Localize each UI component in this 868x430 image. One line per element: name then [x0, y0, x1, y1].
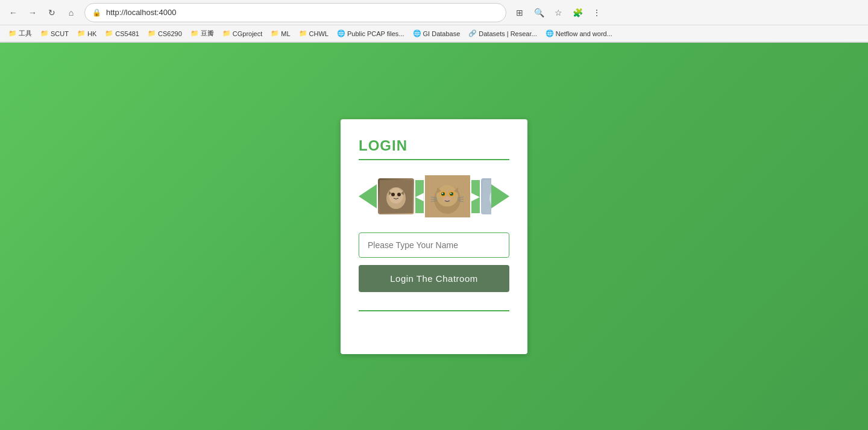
- bookmark-label: CS6290: [158, 30, 182, 37]
- folder-icon: 📁: [40, 30, 49, 37]
- bookmark-scut[interactable]: 📁 SCUT: [37, 28, 72, 39]
- folder-icon: 📁: [222, 30, 231, 37]
- bookmark-gi[interactable]: 🌐 GI Database: [409, 28, 464, 39]
- bookmark-douban[interactable]: 📁 豆瓣: [187, 28, 218, 39]
- avatar-track: ◀: [377, 175, 491, 217]
- bookmark-label: Datasets | Resear...: [479, 30, 536, 37]
- bookmark-label: Public PCAP files...: [347, 30, 404, 37]
- bookmark-label: GI Database: [423, 30, 461, 37]
- link-icon: 🌐: [337, 30, 345, 37]
- title-divider: [359, 159, 509, 160]
- bookmark-chwl[interactable]: 📁 CHWL: [295, 28, 332, 39]
- link-icon: 🌐: [413, 30, 421, 37]
- bookmark-label: HK: [87, 30, 96, 37]
- bookmark-label: 豆瓣: [201, 29, 214, 38]
- folder-icon: 📁: [299, 30, 307, 37]
- bookmark-cs6290[interactable]: 📁 CS6290: [144, 28, 186, 39]
- svg-point-12: [442, 193, 443, 194]
- reload-button[interactable]: ↻: [43, 4, 60, 21]
- bookmark-label: CGproject: [233, 30, 263, 37]
- browser-chrome: ← → ↻ ⌂ 🔒 http://localhost:4000 ⊞ 🔍 ☆ 🧩 …: [0, 0, 868, 43]
- bookmark-netflow[interactable]: 🌐 Netflow and word...: [542, 28, 616, 39]
- name-input[interactable]: [359, 232, 509, 258]
- bookmark-pcap[interactable]: 🌐 Public PCAP files...: [333, 28, 408, 39]
- svg-point-13: [450, 193, 451, 194]
- link-icon: 🌐: [546, 30, 554, 37]
- svg-point-11: [450, 192, 453, 196]
- address-bar[interactable]: 🔒 http://localhost:4000: [84, 3, 506, 22]
- footer-divider: [359, 310, 509, 311]
- svg-point-4: [397, 193, 401, 196]
- nav-buttons: ← → ↻ ⌂: [5, 4, 80, 21]
- bookmark-label: 工具: [19, 29, 32, 38]
- browser-toolbar: ← → ↻ ⌂ 🔒 http://localhost:4000 ⊞ 🔍 ☆ 🧩 …: [0, 0, 868, 25]
- folder-icon: 📁: [271, 30, 279, 37]
- bookmark-hk[interactable]: 📁 HK: [74, 28, 100, 39]
- bookmark-icon[interactable]: ☆: [550, 4, 567, 21]
- home-button[interactable]: ⌂: [63, 4, 80, 21]
- folder-icon: 📁: [190, 30, 199, 37]
- bookmark-label: CS5481: [115, 30, 139, 37]
- bookmark-label: CHWL: [309, 30, 329, 37]
- browser-actions: ⊞ 🔍 ☆ 🧩 ⋮: [511, 4, 605, 21]
- translate-icon[interactable]: ⊞: [511, 4, 528, 21]
- bookmark-cgproject[interactable]: 📁 CGproject: [219, 28, 266, 39]
- svg-point-3: [391, 193, 395, 196]
- login-button[interactable]: Login The Chatroom: [359, 265, 509, 292]
- prev-avatar-button[interactable]: [359, 184, 377, 208]
- menu-icon[interactable]: ⋮: [588, 4, 605, 21]
- lock-icon: 🔒: [92, 8, 101, 17]
- bookmark-label: Netflow and word...: [556, 30, 612, 37]
- back-button[interactable]: ←: [5, 4, 22, 21]
- bookmark-datasets[interactable]: 🔗 Datasets | Resear...: [465, 28, 540, 39]
- svg-point-10: [441, 192, 445, 196]
- svg-point-2: [389, 188, 403, 204]
- folder-icon: 📁: [8, 30, 17, 37]
- extensions-icon[interactable]: 🧩: [569, 4, 586, 21]
- bookmark-ml[interactable]: 📁 ML: [267, 28, 294, 39]
- bookmark-label: SCUT: [51, 30, 69, 37]
- avatar-white-cat: [481, 178, 491, 214]
- forward-button[interactable]: →: [24, 4, 41, 21]
- link-icon: 🔗: [468, 30, 477, 37]
- login-card: LOGIN: [341, 119, 527, 354]
- folder-icon: 📁: [148, 30, 156, 37]
- folder-icon: 📁: [105, 30, 113, 37]
- folder-icon: 📁: [77, 30, 86, 37]
- url-text: http://localhost:4000: [106, 8, 498, 17]
- avatar-carousel: ◀: [359, 172, 509, 220]
- next-avatar-button[interactable]: [491, 184, 509, 208]
- svg-point-7: [436, 185, 458, 207]
- bookmark-cs5481[interactable]: 📁 CS5481: [101, 28, 143, 39]
- login-title: LOGIN: [359, 137, 509, 154]
- avatar-siamese: [378, 178, 414, 214]
- bookmark-label: ML: [281, 30, 290, 37]
- carousel-left-indicator: ◀: [415, 180, 424, 213]
- avatar-main-cat: [425, 175, 470, 217]
- search-icon[interactable]: 🔍: [530, 4, 547, 21]
- bookmark-tools[interactable]: 📁 工具: [5, 28, 36, 39]
- bookmarks-bar: 📁 工具 📁 SCUT 📁 HK 📁 CS5481 📁 CS6290 📁 豆瓣 …: [0, 25, 868, 42]
- page-background: LOGIN: [0, 43, 868, 430]
- carousel-right-indicator: ▶: [471, 180, 480, 213]
